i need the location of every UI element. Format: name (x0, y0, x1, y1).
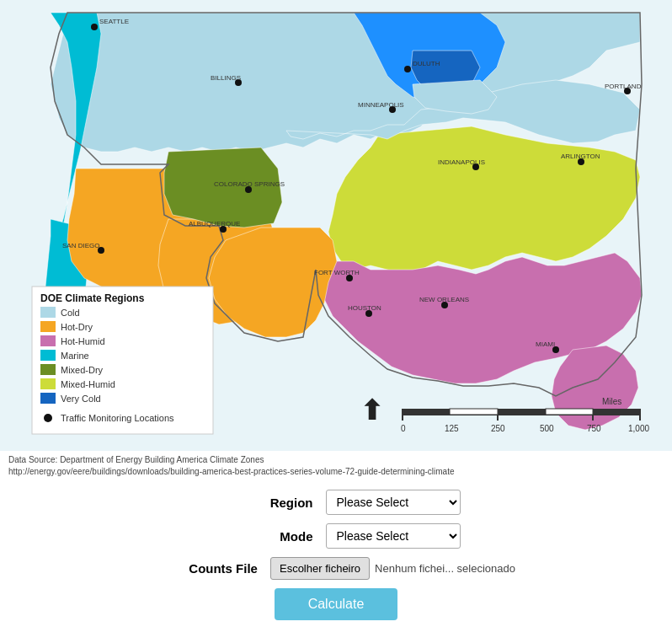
legend-label-hotdry: Hot-Dry (61, 322, 93, 332)
svg-rect-24 (498, 409, 546, 415)
region-select[interactable]: Please Select (326, 490, 461, 515)
scale-label-500: 500 (540, 424, 554, 433)
legend-label-marine: Marine (61, 351, 89, 361)
calculate-button[interactable]: Calculate (275, 588, 398, 620)
city-label-arlington: ARLINGTON (561, 153, 600, 160)
map-container: SEATTLE BILLINGS DULUTH MINNEAPOLIS PORT… (0, 0, 672, 451)
data-source-line1: Data Source: Department of Energy Buildi… (8, 454, 664, 466)
city-label-duluth: DULUTH (413, 60, 440, 67)
city-label-portland: PORTLAND (605, 83, 642, 90)
legend-swatch-verycold (40, 393, 56, 404)
city-label-minneapolis: MINNEAPOLIS (358, 101, 404, 109)
city-label-houston: HOUSTON (348, 304, 381, 312)
scale-label-250: 250 (491, 424, 505, 433)
mode-select[interactable]: Please Select (326, 523, 461, 549)
city-label-miami: MIAMI (536, 340, 555, 348)
file-choose-button[interactable]: Escolher ficheiro (270, 557, 370, 580)
mode-label: Mode (212, 529, 313, 544)
region-label: Region (212, 496, 313, 510)
scale-label-0: 0 (401, 424, 406, 433)
city-label-fortworth: FORT WORTH (314, 269, 360, 276)
legend-swatch-marine (40, 350, 56, 361)
legend-label-traffic: Traffic Monitoring Locations (61, 413, 174, 423)
controls-area: Region Please Select Mode Please Select … (0, 481, 672, 637)
north-arrow: ⬆ (360, 395, 383, 426)
calculate-row: Calculate (17, 588, 655, 620)
scale-label-750: 750 (587, 424, 601, 433)
legend-label-mixedhumid: Mixed-Humid (61, 379, 115, 389)
legend-label-mixeddry: Mixed-Dry (61, 365, 104, 375)
data-source-line2: http://energy.gov/eere/buildings/downloa… (8, 466, 664, 478)
scale-label-1000: 1,000 (628, 424, 649, 433)
city-label-neworleans: NEW ORLEANS (419, 296, 469, 303)
legend-title: DOE Climate Regions (40, 292, 145, 304)
legend-swatch-cold (40, 307, 56, 318)
svg-rect-22 (403, 409, 450, 415)
city-label-billings: BILLINGS (211, 74, 241, 82)
legend-label-verycold: Very Cold (61, 394, 101, 404)
svg-rect-23 (450, 409, 498, 415)
region-row: Region Please Select (17, 490, 655, 515)
counts-file-row: Counts File Escolher ficheiro Nenhum fic… (17, 557, 655, 580)
city-dot-seattle (91, 24, 98, 30)
city-label-albuquerque: ALBUQUERQUE (189, 220, 240, 228)
city-label-indianapolis: INDIANAPOLIS (438, 158, 485, 166)
legend-dot-traffic (44, 414, 52, 422)
city-dot-duluth (404, 66, 411, 72)
legend-label-cold: Cold (61, 308, 80, 318)
file-name-display: Nenhum fichei... selecionado (375, 562, 515, 575)
legend-label-hothumid: Hot-Humid (61, 336, 105, 346)
file-input-wrapper: Escolher ficheiro Nenhum fichei... selec… (270, 557, 515, 580)
legend-swatch-hothumid (40, 335, 56, 346)
svg-rect-25 (546, 409, 593, 415)
city-label-coloradosprings: COLORADO SPRINGS (214, 180, 285, 188)
svg-rect-26 (593, 409, 640, 415)
scale-unit: Miles (602, 397, 621, 406)
data-source-area: Data Source: Department of Energy Buildi… (0, 451, 672, 481)
city-label-sandiego: SAN DIEGO (62, 242, 99, 249)
legend-swatch-mixedhumid (40, 378, 56, 389)
city-label-seattle: SEATTLE (99, 18, 129, 25)
mode-row: Mode Please Select (17, 523, 655, 549)
svg-rect-15 (32, 287, 213, 434)
legend-swatch-mixeddry (40, 364, 56, 375)
us-map-svg: SEATTLE BILLINGS DULUTH MINNEAPOLIS PORT… (0, 0, 672, 451)
scale-label-125: 125 (445, 424, 459, 433)
counts-file-label: Counts File (157, 561, 258, 576)
legend-swatch-hotdry (40, 321, 56, 332)
